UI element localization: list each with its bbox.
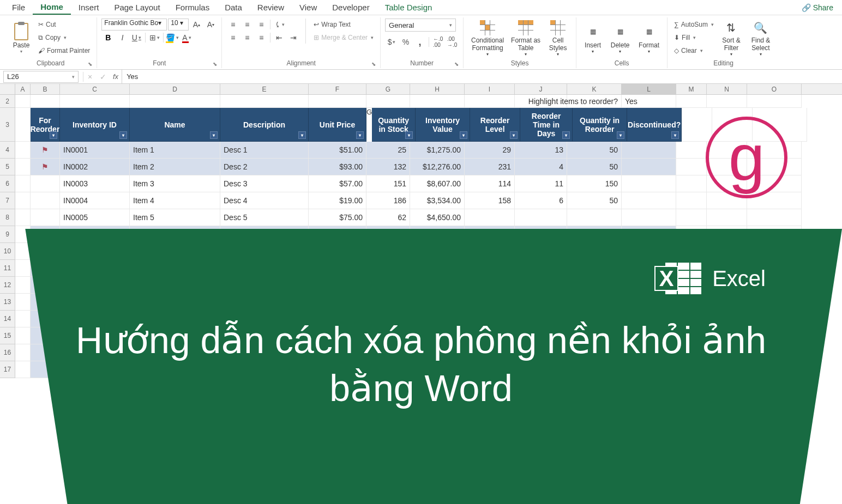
number-format-select[interactable]: General▾ xyxy=(385,19,456,32)
qty-reorder-cell[interactable]: 50 xyxy=(567,159,622,175)
find-select-button[interactable]: 🔍 Find & Select▾ xyxy=(747,19,775,58)
tab-table-design[interactable]: Table Design xyxy=(377,1,440,14)
number-dialog-launcher[interactable]: ⬊ xyxy=(454,61,459,67)
row-header[interactable]: 12 xyxy=(0,277,15,294)
discontinued-cell[interactable] xyxy=(622,159,676,175)
accounting-format-button[interactable]: $ xyxy=(385,36,398,48)
table-header[interactable]: Reorder Level▾ xyxy=(470,108,520,142)
orientation-button[interactable]: ⤹ xyxy=(273,19,286,31)
insert-cells-button[interactable]: ▦ Insert▾ xyxy=(581,19,605,58)
inventory-value-cell[interactable]: $8,607.00 xyxy=(410,175,465,192)
description-cell[interactable]: Desc 3 xyxy=(220,175,309,192)
delete-cells-button[interactable]: ▦ Delete▾ xyxy=(607,19,633,58)
unit-price-cell[interactable]: $19.00 xyxy=(309,192,366,209)
col-header-g[interactable]: G xyxy=(366,84,410,94)
name-box[interactable]: L26▾ xyxy=(3,71,79,83)
format-cells-button[interactable]: ▦ Format▾ xyxy=(635,19,663,58)
align-top-button[interactable]: ≡ xyxy=(226,19,239,31)
copy-button[interactable]: ⧉Copy xyxy=(36,32,92,44)
fill-color-button[interactable]: 🪣 xyxy=(166,32,179,44)
row-header[interactable]: 11 xyxy=(0,260,15,277)
highlight-value-cell[interactable]: Yes xyxy=(622,95,676,108)
enter-formula-button[interactable]: ✓ xyxy=(97,71,110,83)
col-header-m[interactable]: M xyxy=(676,84,707,94)
description-cell[interactable]: Desc 5 xyxy=(220,209,309,226)
row-header[interactable]: 13 xyxy=(0,294,15,311)
col-header-j[interactable]: J xyxy=(515,84,567,94)
filter-icon[interactable]: ▾ xyxy=(510,131,518,139)
format-painter-button[interactable]: 🖌Format Painter xyxy=(36,45,92,57)
discontinued-cell[interactable] xyxy=(622,175,676,192)
name-cell[interactable]: Item 5 xyxy=(130,209,220,226)
wrap-text-button[interactable]: ↩Wrap Text xyxy=(311,19,376,31)
font-name-select[interactable]: Franklin Gothic Bo▾ xyxy=(101,19,167,31)
autosum-button[interactable]: ∑AutoSum xyxy=(672,19,716,31)
tab-data[interactable]: Data xyxy=(217,1,250,14)
row-header-3[interactable]: 3 xyxy=(0,108,15,142)
unit-price-cell[interactable]: $75.00 xyxy=(309,209,366,226)
border-button[interactable]: ⊞ xyxy=(148,32,161,44)
filter-icon[interactable]: ▾ xyxy=(460,131,467,139)
format-as-table-button[interactable]: Format as Table▾ xyxy=(509,19,542,58)
qty-stock-cell[interactable]: 186 xyxy=(366,192,410,209)
qty-reorder-cell[interactable] xyxy=(567,209,622,226)
reorder-time-cell[interactable]: 6 xyxy=(515,192,567,209)
inventory-value-cell[interactable]: $4,650.00 xyxy=(410,209,465,226)
col-header-n[interactable]: N xyxy=(707,84,747,94)
filter-icon[interactable]: ▾ xyxy=(119,131,127,139)
qty-reorder-cell[interactable]: 50 xyxy=(567,142,622,159)
flag-cell[interactable]: ⚑ xyxy=(31,142,60,159)
col-header-b[interactable]: B xyxy=(31,84,60,94)
qty-stock-cell[interactable]: 62 xyxy=(366,209,410,226)
table-header[interactable]: Inventory Value▾ xyxy=(416,108,470,142)
fx-icon[interactable]: fx xyxy=(113,72,118,81)
qty-stock-cell[interactable]: 25 xyxy=(366,142,410,159)
table-header[interactable]: Discontinued?▾ xyxy=(627,108,682,142)
formula-input[interactable]: Yes xyxy=(122,72,842,81)
description-cell[interactable]: Desc 4 xyxy=(220,192,309,209)
decrease-font-button[interactable]: A▾ xyxy=(204,19,217,31)
increase-decimal-button[interactable]: ←.0.00 xyxy=(431,36,444,48)
tab-developer[interactable]: Developer xyxy=(324,1,377,14)
table-header[interactable]: For Reorder▾ xyxy=(31,108,60,142)
italic-button[interactable]: I xyxy=(116,32,129,44)
reorder-level-cell[interactable]: 114 xyxy=(465,175,515,192)
reorder-time-cell[interactable]: 11 xyxy=(515,175,567,192)
paste-button[interactable]: Paste ▾ xyxy=(9,19,34,58)
unit-price-cell[interactable]: $57.00 xyxy=(309,175,366,192)
highlight-label-cell[interactable]: Highlight items to reorder? xyxy=(567,95,622,108)
filter-icon[interactable]: ▾ xyxy=(356,131,364,139)
reorder-level-cell[interactable] xyxy=(465,209,515,226)
bold-button[interactable]: B xyxy=(101,32,115,44)
table-header[interactable]: Quantity in Reorder▾ xyxy=(573,108,627,142)
table-header[interactable]: Description▾ xyxy=(220,108,309,142)
sort-filter-button[interactable]: ⇅ Sort & Filter▾ xyxy=(718,19,744,58)
name-cell[interactable]: Item 3 xyxy=(130,175,220,192)
font-color-button[interactable]: A xyxy=(180,32,193,44)
row-header[interactable]: 17 xyxy=(0,361,15,378)
percent-button[interactable]: % xyxy=(399,36,412,48)
underline-button[interactable]: U xyxy=(130,32,143,44)
reorder-level-cell[interactable]: 29 xyxy=(465,142,515,159)
qty-stock-cell[interactable]: 151 xyxy=(366,175,410,192)
align-middle-button[interactable]: ≡ xyxy=(240,19,254,31)
qty-reorder-cell[interactable]: 150 xyxy=(567,175,622,192)
align-left-button[interactable]: ≡ xyxy=(226,32,239,44)
reorder-level-cell[interactable]: 158 xyxy=(465,192,515,209)
tab-home[interactable]: Home xyxy=(33,0,71,15)
col-header-l[interactable]: L xyxy=(622,84,676,94)
flag-cell[interactable] xyxy=(31,192,60,209)
row-header[interactable]: 6 xyxy=(0,175,15,192)
increase-indent-button[interactable]: ⇥ xyxy=(287,32,300,44)
flag-cell[interactable]: ⚑ xyxy=(31,159,60,175)
row-header[interactable]: 8 xyxy=(0,209,15,226)
col-header-i[interactable]: I xyxy=(465,84,515,94)
share-button[interactable]: 🔗 Share xyxy=(797,1,838,14)
col-header-k[interactable]: K xyxy=(567,84,622,94)
tab-file[interactable]: File xyxy=(4,1,33,14)
flag-cell[interactable] xyxy=(31,209,60,226)
row-header[interactable]: 15 xyxy=(0,327,15,344)
qty-reorder-cell[interactable]: 50 xyxy=(567,192,622,209)
reorder-time-cell[interactable]: 4 xyxy=(515,159,567,175)
tab-review[interactable]: Review xyxy=(250,1,292,14)
